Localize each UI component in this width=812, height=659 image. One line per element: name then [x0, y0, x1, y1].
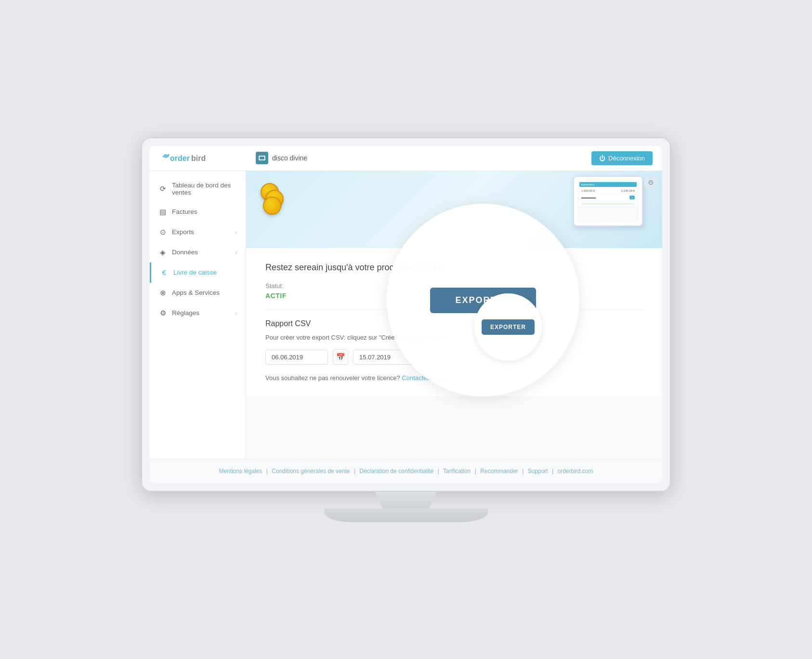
sidebar: ⟳ Tableau de bord des ventes ▤ Factures … [150, 171, 246, 459]
sidebar-item-livre-caisse[interactable]: € Livre de caisse [150, 263, 246, 283]
chevron-right-icon-3: › [235, 310, 237, 316]
store-area: disco divine [256, 152, 307, 164]
monitor-screen: order bird disco divine ⏻ Déconnexion [141, 137, 671, 492]
content-area: Kassenbuch 1.000,00 €1.235,18 € ▬▬▬▬▬+ [246, 171, 662, 459]
chevron-right-icon-2: › [235, 250, 237, 255]
footer-link-mentions[interactable]: Mentions légales [219, 468, 262, 474]
small-circle-overlay: EXPORTER [474, 293, 542, 361]
store-icon [256, 152, 268, 164]
sidebar-item-exports[interactable]: ⊙ Exports › [150, 222, 246, 242]
screen-inner: order bird disco divine ⏻ Déconnexion [150, 146, 662, 483]
svg-text:order: order [170, 154, 190, 162]
factures-icon: ▤ [158, 208, 167, 216]
sidebar-item-factures[interactable]: ▤ Factures [150, 202, 246, 222]
apps-services-icon: ⊗ [158, 289, 167, 297]
sidebar-item-reglages[interactable]: ⚙ Réglages › [150, 303, 246, 323]
exporter-small-button[interactable]: EXPORTER [482, 319, 535, 335]
sidebar-item-donnees[interactable]: ◈ Données › [150, 242, 246, 263]
date-from-input[interactable] [265, 350, 328, 365]
tablet-row-2: ▬▬▬▬▬+ [579, 195, 637, 200]
footer-sep-6: | [552, 468, 553, 474]
footer-link-conditions[interactable]: Conditions générales de vente [272, 468, 350, 474]
tablet-mockup: Kassenbuch 1.000,00 €1.235,18 € ▬▬▬▬▬+ [573, 176, 643, 234]
svg-text:bird: bird [191, 154, 206, 162]
settings-icon-button[interactable]: ⚙ [644, 176, 657, 189]
calendar-icon-button[interactable]: 📅 [333, 349, 348, 365]
power-icon: ⏻ [599, 155, 605, 162]
monitor-stand-neck [367, 492, 445, 509]
logo-area: order bird [159, 150, 256, 166]
sidebar-item-apps-services[interactable]: ⊗ Apps & Services [150, 283, 246, 303]
footer: Mentions légales | Conditions générales … [150, 459, 662, 483]
svg-rect-4 [260, 157, 264, 159]
tablet-row-3 [579, 202, 637, 206]
footer-link-recommander[interactable]: Recommander [480, 468, 518, 474]
tablet-frame: Kassenbuch 1.000,00 €1.235,18 € ▬▬▬▬▬+ [573, 176, 643, 226]
store-name-label: disco divine [272, 154, 307, 162]
deconnexion-button[interactable]: ⏻ Déconnexion [591, 151, 653, 165]
coin-3 [263, 197, 281, 215]
footer-link-orderbird[interactable]: orderbird.com [558, 468, 593, 474]
coins-decoration [261, 183, 287, 219]
chevron-right-icon: › [235, 229, 237, 235]
footer-sep-1: | [266, 468, 268, 474]
tablet-row-1: 1.000,00 €1.235,18 € [579, 188, 637, 193]
footer-link-support[interactable]: Support [528, 468, 548, 474]
footer-links: Mentions légales | Conditions générales … [158, 468, 654, 474]
footer-sep-5: | [522, 468, 524, 474]
monitor-stand-base [324, 509, 488, 522]
sidebar-item-tableau[interactable]: ⟳ Tableau de bord des ventes [150, 176, 246, 202]
big-circle-overlay: EXPORTER [387, 204, 579, 396]
footer-sep-4: | [475, 468, 476, 474]
main-layout: ⟳ Tableau de bord des ventes ▤ Factures … [150, 171, 662, 459]
logo-icon: order bird [159, 150, 212, 166]
exports-icon: ⊙ [158, 228, 167, 237]
livre-caisse-icon: € [160, 268, 169, 277]
header: order bird disco divine ⏻ Déconnexion [150, 146, 662, 171]
tablet-header: Kassenbuch [579, 182, 637, 187]
footer-sep-3: | [438, 468, 439, 474]
donnees-icon: ◈ [158, 248, 167, 257]
monitor-wrapper: order bird disco divine ⏻ Déconnexion [141, 137, 671, 522]
footer-link-tarification[interactable]: Tarification [443, 468, 471, 474]
dashboard-icon: ⟳ [158, 185, 167, 193]
reglages-icon: ⚙ [158, 309, 167, 317]
footer-link-declaration[interactable]: Déclaration de confidentialité [359, 468, 433, 474]
footer-sep-2: | [354, 468, 355, 474]
tablet-screen: Kassenbuch 1.000,00 €1.235,18 € ▬▬▬▬▬+ [577, 180, 639, 223]
svg-point-2 [163, 155, 164, 156]
